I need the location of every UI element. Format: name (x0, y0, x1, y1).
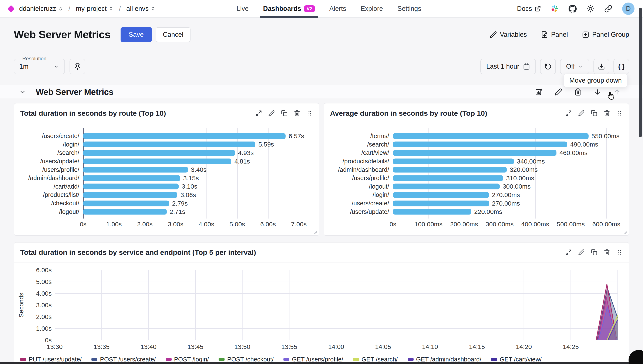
edit-panel-icon[interactable] (268, 110, 275, 116)
timeseries-svg (55, 270, 618, 340)
nav-tab-settings[interactable]: Settings (397, 0, 421, 18)
topbar: ddanielcruzz / my-project / all envs Liv… (0, 0, 643, 18)
bar-category-label: /users/create/ (19, 132, 83, 140)
bar (83, 133, 286, 139)
add-panel-button[interactable]: Panel (541, 31, 568, 38)
drag-handle-icon[interactable] (616, 110, 623, 116)
bar (393, 150, 556, 156)
pin-button[interactable] (70, 58, 85, 74)
bar (393, 209, 471, 215)
breadcrumb-org[interactable]: ddanielcruzz (19, 5, 63, 12)
user-avatar[interactable]: D (622, 2, 634, 15)
x-tick-label: 14:15 (469, 343, 485, 350)
legend-swatch (166, 358, 172, 361)
delete-panel-icon[interactable] (604, 249, 610, 256)
bar (83, 192, 177, 198)
brand-diamond-icon (8, 5, 15, 12)
y-axis-ticks: 0s1.00s2.00s3.00s4.00s5.00s6.00s (28, 270, 55, 340)
bar-row: /products/details/340.00ms (329, 157, 624, 166)
time-range-picker[interactable]: Last 1 hour (480, 58, 536, 74)
bar-value-label: 2.79s (172, 200, 187, 207)
variables-button[interactable]: Variables (490, 31, 527, 38)
refresh-button[interactable] (540, 58, 556, 74)
scrollbar-thumb[interactable] (639, 8, 642, 137)
json-view-button[interactable]: { } (613, 58, 629, 74)
auto-refresh-select[interactable]: Off (560, 58, 589, 74)
panel-group-actions (535, 88, 621, 96)
nav-tab-explore[interactable]: Explore (361, 0, 383, 18)
bar-value-label: 3.06s (180, 191, 196, 198)
bar-category-label: /search/ (19, 149, 83, 156)
expand-icon[interactable] (565, 110, 572, 116)
duplicate-panel-icon[interactable] (591, 249, 597, 256)
delete-panel-icon[interactable] (604, 110, 610, 116)
x-tick-label: 4.00s (198, 221, 214, 228)
bar-value-label: 3.40s (191, 166, 206, 173)
resolution-select[interactable]: Resolution 1m (14, 58, 65, 74)
delete-panel-icon[interactable] (294, 110, 300, 116)
breadcrumb-env[interactable]: all envs (126, 5, 155, 12)
edit-panel-icon[interactable] (578, 110, 584, 116)
duplicate-panel-icon[interactable] (591, 110, 597, 116)
breadcrumb-project[interactable]: my-project (76, 5, 114, 12)
add-panel-to-group-icon[interactable] (535, 88, 543, 96)
drag-handle-icon[interactable] (307, 110, 313, 116)
edit-panel-icon[interactable] (578, 249, 584, 256)
slack-icon[interactable] (551, 5, 559, 13)
theme-sun-icon[interactable] (586, 5, 594, 13)
edit-group-icon[interactable] (555, 88, 562, 96)
save-button[interactable]: Save (121, 27, 152, 42)
panel-group-label: Panel Group (592, 31, 629, 38)
bar-value-label: 5.59s (258, 141, 274, 148)
collapse-chevron-icon[interactable] (19, 88, 26, 96)
resolution-label: Resolution (20, 56, 49, 62)
docs-link[interactable]: Docs (517, 5, 541, 12)
bar-category-label: /login/ (19, 141, 83, 148)
topbar-right: Docs D (517, 2, 634, 15)
expand-icon[interactable] (256, 110, 262, 116)
y-tick-label: 1.00s (36, 325, 52, 332)
nav-tab-alerts[interactable]: Alerts (329, 0, 346, 18)
x-tick-label: 6.00s (260, 221, 276, 228)
resize-handle-icon[interactable] (622, 229, 627, 234)
bar (393, 158, 514, 164)
panels-row: Total duration in seconds by route (Top … (14, 103, 629, 236)
org-name: ddanielcruzz (19, 5, 56, 12)
cancel-button[interactable]: Cancel (156, 27, 191, 42)
bar-category-label: /logout/ (19, 208, 83, 215)
delete-group-icon[interactable] (574, 88, 582, 96)
share-link-icon[interactable] (604, 5, 612, 13)
bar-row: /checkout/2.79s (19, 199, 314, 208)
download-button[interactable] (593, 58, 609, 74)
pencil-icon (490, 31, 497, 38)
move-group-up-icon[interactable] (613, 88, 621, 96)
nav-tab-live[interactable]: Live (237, 0, 249, 18)
duplicate-panel-icon[interactable] (281, 110, 288, 116)
x-tick-label: 3.00s (168, 221, 183, 228)
x-tick-label: 7.00s (291, 221, 307, 228)
move-group-down-icon[interactable] (594, 88, 601, 96)
expand-icon[interactable] (565, 249, 572, 256)
panel-actions (565, 249, 623, 256)
x-tick-label: 400.00ms (521, 221, 549, 228)
drag-handle-icon[interactable] (616, 249, 623, 256)
nav-tab-dashboards[interactable]: DashboardsV2 (263, 0, 315, 18)
bar-value-label: 3.10s (182, 183, 197, 190)
bar-value-label: 320.00ms (510, 166, 538, 173)
x-tick-label: 14:20 (516, 343, 532, 350)
timeseries-chart: Seconds 0s1.00s2.00s3.00s4.00s5.00s6.00s (14, 262, 629, 340)
panel-title: Total duration in seconds by service and… (20, 248, 256, 256)
bar-value-label: 270.00ms (492, 191, 520, 198)
help-bubble-partial[interactable] (628, 350, 643, 364)
panel-header: Average duration in seconds by route (To… (324, 104, 629, 124)
x-tick-label: 13:35 (94, 343, 110, 350)
bar (83, 200, 169, 206)
bar (393, 167, 507, 173)
resize-handle-icon[interactable] (312, 229, 317, 234)
bar-row: /cart/view/460.00ms (329, 149, 624, 157)
chevron-down-icon (53, 64, 59, 70)
bar (83, 184, 179, 190)
github-icon[interactable] (569, 5, 577, 13)
panel-average-duration-by-route: Average duration in seconds by route (To… (324, 103, 629, 236)
add-panel-group-button[interactable]: Panel Group (582, 31, 629, 38)
